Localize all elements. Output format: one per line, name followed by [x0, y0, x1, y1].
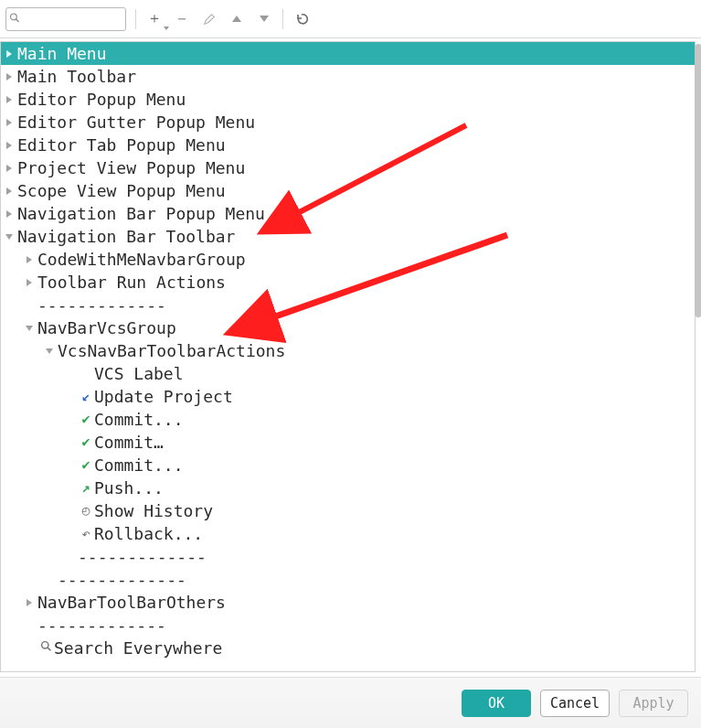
- svg-marker-6: [6, 142, 12, 149]
- search-input[interactable]: [5, 7, 126, 31]
- tree-row-label: Editor Popup Menu: [17, 88, 186, 111]
- tree-row-label: Scope View Popup Menu: [17, 179, 226, 202]
- move-up-icon: [228, 10, 246, 28]
- move-down-icon: [255, 10, 273, 28]
- tree-row-label: Editor Tab Popup Menu: [17, 134, 226, 156]
- tree-row-label: Toolbar Run Actions: [37, 271, 226, 294]
- chevron-right-icon[interactable]: [21, 599, 37, 606]
- chevron-down-icon[interactable]: [41, 348, 58, 355]
- apply-button: Apply: [619, 690, 688, 717]
- svg-marker-14: [46, 348, 53, 354]
- clock-icon: ◴: [81, 499, 90, 522]
- tree-row[interactable]: ↙Update Project: [1, 385, 695, 408]
- chevron-down-icon[interactable]: [21, 325, 37, 332]
- tree-row-label: CodeWithMeNavbarGroup: [37, 248, 246, 271]
- chevron-right-icon[interactable]: [1, 165, 17, 172]
- tree-row[interactable]: Scope View Popup Menu: [1, 179, 695, 202]
- tree-row[interactable]: NavBarToolBarOthers: [1, 591, 695, 614]
- tree-row-label: Commit...: [94, 408, 184, 431]
- check-icon: ✔: [81, 454, 90, 476]
- rollback-icon: ↶: [81, 522, 90, 545]
- tree-row[interactable]: VcsNavBarToolbarActions: [1, 339, 695, 362]
- tree-row[interactable]: Navigation Bar Toolbar: [1, 225, 695, 248]
- tree-row[interactable]: Main Toolbar: [1, 65, 695, 88]
- tree-row[interactable]: -------------: [1, 568, 695, 591]
- actions-tree[interactable]: Main MenuMain ToolbarEditor Popup MenuEd…: [1, 42, 695, 659]
- tree-row[interactable]: Editor Tab Popup Menu: [1, 134, 695, 156]
- tree-row[interactable]: ↶Rollback...: [1, 522, 695, 545]
- row-icon: ↗: [78, 476, 94, 499]
- svg-marker-3: [6, 73, 12, 80]
- separator-row: -------------: [37, 294, 166, 316]
- chevron-down-icon[interactable]: [1, 233, 17, 241]
- chevron-right-icon[interactable]: [1, 73, 17, 80]
- svg-marker-12: [27, 279, 32, 286]
- scrollbar[interactable]: [694, 44, 701, 457]
- toolbar-separator: [282, 9, 283, 29]
- svg-marker-11: [27, 256, 32, 263]
- tree-row[interactable]: ✔Commit…: [1, 431, 695, 454]
- row-icon: [37, 637, 54, 659]
- edit-icon: [200, 10, 218, 28]
- tree-row-label: NavBarVcsGroup: [37, 316, 176, 339]
- svg-marker-7: [6, 165, 12, 172]
- add-icon[interactable]: ＋: [145, 10, 164, 28]
- tree-row-label: Rollback...: [94, 522, 203, 545]
- row-icon: ✔: [78, 408, 94, 431]
- tree-row[interactable]: Search Everywhere: [1, 637, 695, 659]
- chevron-right-icon[interactable]: [21, 256, 37, 263]
- search-icon: [40, 637, 52, 659]
- tree-row-label: Show History: [94, 499, 213, 522]
- tree-row-label: Search Everywhere: [54, 637, 222, 659]
- tree-row-label: Commit…: [94, 431, 164, 454]
- svg-marker-2: [6, 50, 12, 58]
- cancel-button[interactable]: Cancel: [540, 690, 610, 717]
- chevron-right-icon[interactable]: [1, 50, 17, 58]
- incoming-arrow-icon: ↙: [81, 385, 90, 408]
- tree-row[interactable]: -------------: [1, 614, 695, 637]
- check-icon: ✔: [81, 431, 90, 454]
- toolbar: ＋ −: [0, 0, 701, 38]
- svg-marker-8: [6, 187, 12, 195]
- chevron-right-icon[interactable]: [1, 142, 17, 149]
- chevron-right-icon[interactable]: [1, 210, 17, 218]
- tree-row[interactable]: VCS Label: [1, 362, 695, 385]
- tree-row[interactable]: -------------: [1, 545, 695, 568]
- chevron-right-icon[interactable]: [1, 119, 17, 126]
- tree-row[interactable]: ◴Show History: [1, 499, 695, 522]
- tree-row[interactable]: ✔Commit...: [1, 408, 695, 431]
- toolbar-separator: [135, 9, 136, 29]
- tree-row[interactable]: Navigation Bar Popup Menu: [1, 202, 695, 225]
- tree-row[interactable]: -------------: [1, 294, 695, 316]
- tree-row-label: Editor Gutter Popup Menu: [17, 111, 255, 134]
- tree-row-label: NavBarToolBarOthers: [37, 591, 226, 614]
- svg-line-17: [48, 648, 50, 650]
- tree-row[interactable]: Toolbar Run Actions: [1, 271, 695, 294]
- chevron-right-icon[interactable]: [1, 187, 17, 195]
- row-icon: ↶: [78, 522, 94, 545]
- tree-row[interactable]: NavBarVcsGroup: [1, 316, 695, 339]
- tree-row[interactable]: ↗Push...: [1, 476, 695, 499]
- tree-row-label: Navigation Bar Popup Menu: [17, 202, 265, 225]
- tree-row[interactable]: Main Menu: [1, 42, 695, 65]
- row-icon: ✔: [78, 431, 94, 454]
- scrollbar-thumb[interactable]: [695, 44, 701, 317]
- row-icon: ◴: [78, 499, 94, 522]
- tree-row[interactable]: Editor Popup Menu: [1, 88, 695, 111]
- tree-row[interactable]: Editor Gutter Popup Menu: [1, 111, 695, 134]
- svg-marker-5: [6, 119, 12, 126]
- chevron-right-icon[interactable]: [21, 279, 37, 286]
- revert-icon[interactable]: [292, 10, 311, 28]
- chevron-right-icon[interactable]: [1, 96, 17, 103]
- tree-row[interactable]: Project View Popup Menu: [1, 156, 695, 179]
- tree-row[interactable]: CodeWithMeNavbarGroup: [1, 248, 695, 271]
- svg-marker-10: [5, 234, 13, 240]
- row-icon: ✔: [78, 454, 94, 476]
- remove-icon: −: [173, 10, 191, 28]
- separator-row: -------------: [78, 545, 207, 568]
- ok-button[interactable]: OK: [462, 690, 531, 717]
- tree-row-label: Push...: [94, 476, 164, 499]
- tree-row[interactable]: ✔Commit...: [1, 454, 695, 476]
- tree-panel-wrap: Main MenuMain ToolbarEditor Popup MenuEd…: [0, 38, 701, 675]
- tree-panel[interactable]: Main MenuMain ToolbarEditor Popup MenuEd…: [0, 41, 696, 672]
